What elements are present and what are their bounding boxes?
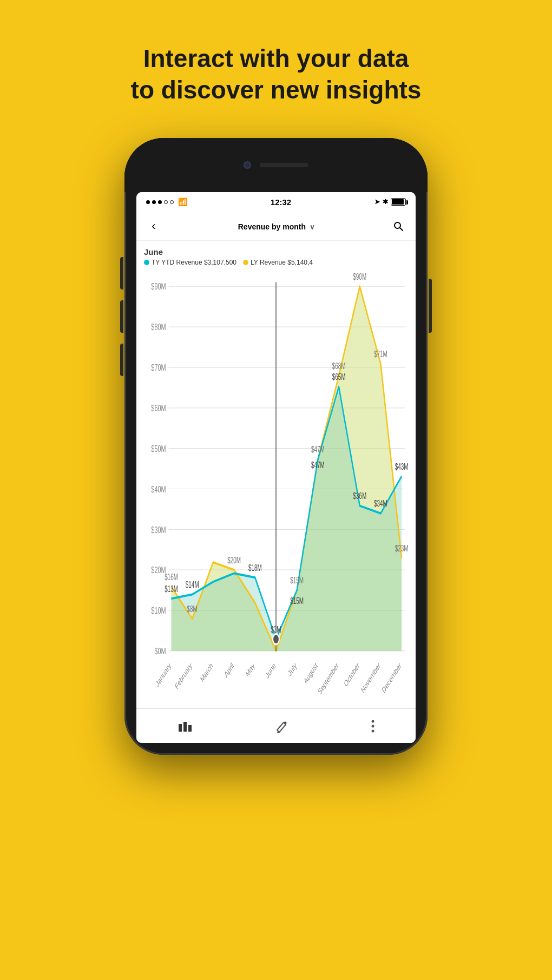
nav-title-caret[interactable]: ∨ [310,223,315,231]
bluetooth-icon: ✱ [383,198,388,206]
legend-dot-teal [144,260,149,265]
wifi-icon: 📶 [178,198,187,206]
svg-text:$68M: $68M [332,361,346,371]
chart-view-button[interactable] [167,715,203,737]
edit-button[interactable] [264,715,300,738]
svg-text:$14M: $14M [186,580,199,590]
svg-text:$13M: $13M [165,584,178,594]
x-label-jun: June [264,661,277,681]
signal-dot-2 [152,200,156,204]
search-button[interactable] [390,218,407,235]
svg-text:$30M: $30M [151,524,166,535]
svg-text:$47M: $47M [311,445,325,455]
svg-rect-43 [188,725,192,732]
svg-rect-42 [183,722,187,732]
headline-line1: Interact with your data [143,44,409,73]
svg-rect-41 [179,724,182,732]
phone-top-bar [124,138,428,192]
svg-text:$47M: $47M [311,460,325,470]
x-label-oct: October [343,660,360,688]
clock-display: 12:32 [271,198,291,207]
selected-month-label: June [144,247,408,256]
x-label-dec: December [380,660,403,695]
x-label-jan: January [154,660,172,688]
bar-chart-icon [178,720,193,733]
svg-text:$34M: $34M [374,499,387,509]
bottom-toolbar [136,708,416,743]
signal-dot-4 [164,200,168,204]
svg-text:$70M: $70M [151,363,166,373]
svg-point-45 [372,720,374,722]
legend-label-teal: TY YTD Revenue $3,107,500 [152,259,236,266]
chart-legend: TY YTD Revenue $3,107,500 LY Revenue $5,… [144,259,408,266]
svg-text:$0M: $0M [154,646,166,656]
more-icon [371,719,374,733]
x-label-apr: April [223,661,235,680]
edit-icon [275,719,289,733]
page-title: Revenue by month ∨ [162,220,390,232]
signal-dot-5 [170,200,174,204]
svg-text:$40M: $40M [151,484,166,494]
x-label-may: May [245,660,257,679]
svg-text:$65M: $65M [332,372,346,382]
camera [244,161,251,169]
svg-point-46 [372,725,374,727]
x-label-sep: September [317,660,340,696]
svg-text:$3M: $3M [271,624,281,634]
phone-screen: 📶 12:32 ➤ ✱ ‹ Revenue by month ∨ [136,192,416,743]
location-icon: ➤ [374,198,380,206]
svg-text:$50M: $50M [151,443,166,453]
svg-text:$15M: $15M [290,576,304,586]
svg-text:$71M: $71M [374,350,387,359]
chart-container: June TY YTD Revenue $3,107,500 LY Revenu… [136,241,416,708]
legend-dot-yellow [243,260,248,265]
svg-text:$23M: $23M [395,544,409,554]
headline-line2: to discover new insights [131,76,422,104]
svg-line-1 [400,228,403,231]
status-bar: 📶 12:32 ➤ ✱ [136,192,416,212]
svg-text:$90M: $90M [353,272,366,281]
chart-svg-area[interactable]: $90M $80M $70M $60M $50M $40M $30M $20M … [142,269,410,708]
legend-label-yellow: LY Revenue $5,140,4 [251,259,313,266]
svg-point-47 [372,729,374,732]
battery-indicator [391,198,406,206]
x-label-jul: July [287,660,298,678]
nav-title-text: Revenue by month [238,222,306,231]
svg-text:$16M: $16M [165,573,178,582]
signal-dot-3 [158,200,162,204]
x-label-nov: November [360,660,382,695]
svg-text:$90M: $90M [151,281,166,292]
phone-device: 📶 12:32 ➤ ✱ ‹ Revenue by month ∨ [124,138,428,755]
headline: Interact with your data to discover new … [131,43,422,106]
svg-text:$43M: $43M [395,462,409,471]
selection-dot[interactable] [273,634,279,644]
more-options-button[interactable] [360,715,385,738]
svg-text:$36M: $36M [353,491,366,501]
signal-dot-1 [146,200,150,204]
x-label-feb: February [174,661,193,692]
signal-indicators: 📶 [146,198,187,206]
speaker [260,163,308,167]
legend-item-yellow: LY Revenue $5,140,4 [243,259,313,266]
revenue-chart[interactable]: $90M $80M $70M $60M $50M $40M $30M $20M … [142,269,410,708]
svg-text:$10M: $10M [151,606,166,616]
legend-item-teal: TY YTD Revenue $3,107,500 [144,259,236,266]
svg-text:$60M: $60M [151,403,166,413]
x-label-mar: March [199,661,214,684]
back-button[interactable]: ‹ [145,218,162,235]
svg-text:$80M: $80M [151,322,166,332]
svg-text:$15M: $15M [290,596,304,606]
svg-text:$20M: $20M [227,555,241,565]
search-icon [393,221,404,232]
svg-text:$18M: $18M [248,563,262,573]
x-label-aug: August [303,661,319,686]
status-right-icons: ➤ ✱ [374,198,406,206]
navigation-bar: ‹ Revenue by month ∨ [136,212,416,241]
chart-header: June TY YTD Revenue $3,107,500 LY Revenu… [142,247,410,269]
svg-text:$20M: $20M [151,565,166,575]
svg-text:$8M: $8M [187,604,198,614]
battery-fill [392,199,404,205]
